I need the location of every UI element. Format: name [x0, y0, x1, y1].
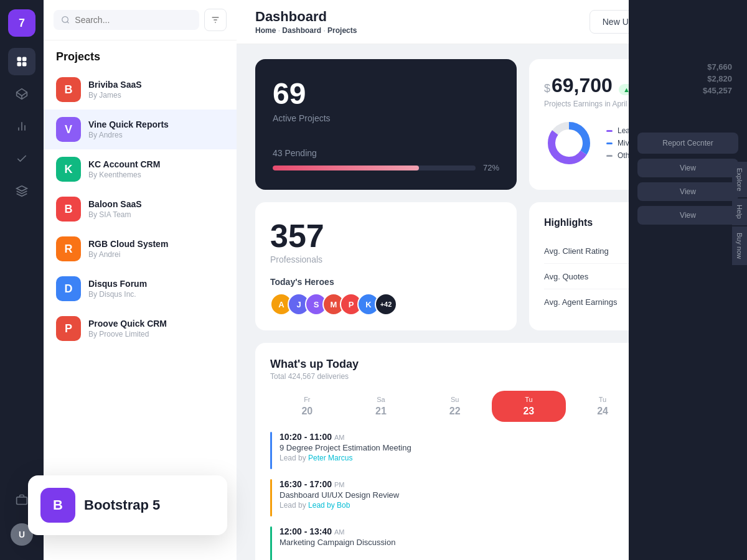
- search-input[interactable]: [75, 15, 192, 25]
- sidebar-item-chart[interactable]: [8, 113, 35, 140]
- explore-tab[interactable]: Explore: [732, 162, 747, 197]
- proj-name-1: Vine Quick Reports: [88, 119, 224, 129]
- project-list: B Briviba SaaS By James V Vine Quick Rep…: [44, 70, 237, 498]
- highlight-label-1: Avg. Quotes: [544, 272, 588, 281]
- event-bar-1: [270, 479, 272, 516]
- prof-number: 357: [270, 217, 502, 254]
- sidebar-item-stack[interactable]: [8, 177, 35, 205]
- projects-panel: Projects B Briviba SaaS By James V Vine …: [44, 0, 237, 560]
- proj-info-3: Baloon SaaS By SIA Team: [88, 199, 224, 219]
- proj-name-6: Proove Quick CRM: [88, 319, 224, 329]
- highlight-label-2: Avg. Agent Earnings: [544, 297, 618, 307]
- breadcrumb-home: Home: [255, 26, 276, 35]
- event-title-2: Marketing Campaign Discussion: [280, 538, 395, 547]
- side-tabs: Explore Help Buy now: [732, 162, 747, 265]
- pending-section: 43 Pending 72%: [273, 148, 499, 172]
- project-item-4[interactable]: R RGB Cloud System By Andrei: [44, 229, 237, 269]
- sidebar-item-home[interactable]: [8, 48, 35, 75]
- progress-wrap: 72%: [273, 163, 499, 172]
- cal-day-1[interactable]: Sa21: [344, 391, 418, 422]
- svg-point-10: [62, 17, 68, 23]
- event-title-1: Dashboard UI/UX Design Review: [280, 490, 399, 500]
- active-projects-label: Active Projects: [273, 113, 499, 123]
- progress-fill: [273, 166, 419, 170]
- right-panel: $7,660 $2,820 $45,257 Report Cecnter Vie…: [629, 0, 747, 560]
- event-lead-link-1[interactable]: Lead by Bob: [308, 501, 350, 510]
- main-wrapper: Dashboard Home · Dashboard · Projects Ne…: [237, 0, 747, 560]
- search-input-wrap: [54, 10, 199, 30]
- progress-bar: [273, 166, 476, 170]
- proj-info-2: KC Account CRM By Keenthemes: [88, 159, 224, 179]
- help-tab[interactable]: Help: [732, 198, 747, 225]
- proj-icon-3: B: [56, 197, 81, 222]
- svg-rect-2: [17, 62, 22, 67]
- breadcrumb-dash: Dashboard: [282, 26, 321, 35]
- rp-stat-1: $2,820: [637, 74, 738, 83]
- heroes-section: Today's Heroes AJSMPK+42: [270, 277, 502, 315]
- earnings-dollar: $: [544, 82, 550, 95]
- donut-chart: [544, 118, 594, 168]
- view-button-2[interactable]: View: [637, 182, 738, 201]
- proj-info-5: Disqus Forum By Disqus Inc.: [88, 279, 224, 299]
- highlight-label-0: Avg. Client Rating: [544, 246, 609, 256]
- sidebar-item-layers[interactable]: [8, 80, 35, 108]
- cal-day-0[interactable]: Fr20: [270, 391, 344, 422]
- project-item-0[interactable]: B Briviba SaaS By James: [44, 70, 237, 110]
- cal-daynum-1: 21: [375, 406, 387, 417]
- cal-day-3[interactable]: Tu23: [492, 391, 566, 422]
- cal-day-2[interactable]: Su22: [418, 391, 492, 422]
- heroes-avatars: AJSMPK+42: [270, 293, 502, 315]
- svg-rect-3: [22, 62, 27, 67]
- project-item-5[interactable]: D Disqus Forum By Disqus Inc.: [44, 269, 237, 309]
- svg-line-11: [67, 22, 69, 24]
- event-lead-0: Lead by Peter Marcus: [280, 454, 411, 462]
- legend-dot-0: [606, 130, 613, 132]
- proj-by-3: By SIA Team: [88, 210, 224, 219]
- projects-title: Projects: [44, 40, 237, 70]
- project-item-1[interactable]: V Vine Quick Reports By Andres: [44, 110, 237, 149]
- buy-now-tab[interactable]: Buy now: [732, 226, 747, 265]
- report-center-button[interactable]: Report Cecnter: [637, 133, 738, 154]
- rp-stat-2: $45,257: [637, 86, 738, 95]
- rp-stat-0: $7,660: [637, 62, 738, 72]
- proj-by-5: By Disqus Inc.: [88, 290, 224, 299]
- cal-dayname-2: Su: [451, 396, 459, 403]
- progress-pct: 72%: [483, 163, 499, 172]
- filter-button[interactable]: [204, 9, 227, 31]
- user-avatar[interactable]: 7: [8, 9, 35, 37]
- legend-dot-2: [606, 155, 613, 157]
- cal-daynum-0: 20: [301, 406, 312, 417]
- project-item-3[interactable]: B Baloon SaaS By SIA Team: [44, 189, 237, 229]
- active-projects-card: 69 Active Projects 43 Pending 72%: [255, 59, 517, 190]
- proj-icon-4: R: [56, 236, 81, 261]
- svg-rect-0: [17, 57, 22, 62]
- proj-name-4: RGB Cloud System: [88, 239, 224, 249]
- view-button-3[interactable]: View: [637, 206, 738, 225]
- proj-by-4: By Andrei: [88, 250, 224, 259]
- proj-info-6: Proove Quick CRM By Proove Limited: [88, 319, 224, 338]
- event-bar-2: [270, 526, 272, 560]
- cal-dayname-3: Tu: [525, 396, 532, 403]
- cal-dayname-1: Sa: [377, 396, 385, 403]
- project-item-6[interactable]: P Proove Quick CRM By Proove Limited: [44, 309, 237, 348]
- proj-name-3: Baloon SaaS: [88, 199, 224, 209]
- pending-label: 43 Pending: [273, 148, 499, 158]
- cal-dayname-4: Tu: [599, 396, 606, 403]
- sidebar-item-check[interactable]: [8, 145, 35, 172]
- page-title: Dashboard: [255, 9, 357, 25]
- view-button-1[interactable]: View: [637, 159, 738, 177]
- proj-by-0: By James: [88, 91, 224, 100]
- event-content-2: 12:00 - 13:40 AM Marketing Campaign Disc…: [280, 526, 395, 547]
- heroes-label: Today's Heroes: [270, 277, 502, 287]
- event-lead-link-0[interactable]: Peter Marcus: [308, 454, 352, 462]
- event-time-2: 12:00 - 13:40 AM: [280, 526, 395, 536]
- event-content-0: 10:20 - 11:00 AM 9 Degree Project Estima…: [280, 432, 411, 462]
- right-panel-inner: $7,660 $2,820 $45,257: [629, 50, 747, 120]
- proj-info-4: RGB Cloud System By Andrei: [88, 239, 224, 259]
- event-time-1: 16:30 - 17:00 PM: [280, 479, 399, 489]
- legend-dot-1: [606, 142, 613, 144]
- event-title-0: 9 Degree Project Estimation Meeting: [280, 443, 411, 452]
- project-item-2[interactable]: K KC Account CRM By Keenthemes: [44, 149, 237, 189]
- svg-rect-1: [22, 57, 27, 62]
- bootstrap-text: Bootstrap 5: [84, 497, 160, 513]
